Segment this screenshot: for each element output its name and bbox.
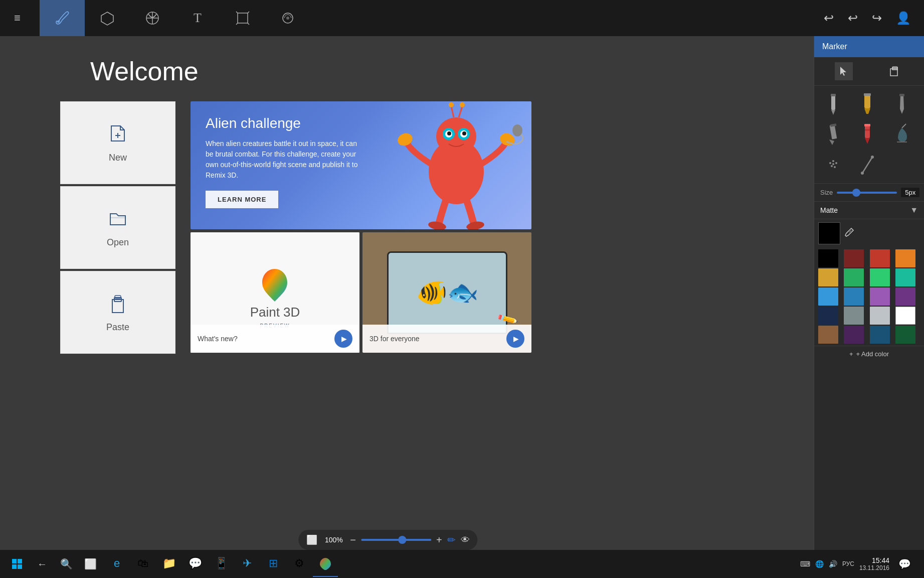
line-tool[interactable]: [852, 150, 882, 179]
tab-canvas[interactable]: [220, 0, 265, 36]
network-icon[interactable]: 🌐: [815, 560, 824, 568]
marker-tool[interactable]: [852, 90, 882, 119]
size-slider[interactable]: [837, 192, 897, 194]
taskbar-skype[interactable]: 💬: [182, 551, 208, 577]
tab-text[interactable]: T: [175, 0, 220, 36]
color-swatch-darkpurple[interactable]: [895, 287, 915, 306]
color-swatch-darknavy[interactable]: [870, 326, 890, 344]
task-view-button[interactable]: ⬜: [78, 551, 102, 577]
zoom-bar: ⬜ 100% − + ✏ 👁: [298, 530, 477, 550]
paint3d-brand-text: Paint 3D: [250, 305, 300, 320]
svg-point-19: [462, 131, 466, 135]
redo-alt-button[interactable]: ↩: [843, 8, 863, 28]
spray-tool[interactable]: [818, 150, 848, 179]
color-swatch-eggplant[interactable]: [844, 326, 864, 344]
zoom-screen-icon[interactable]: ⬜: [306, 534, 317, 545]
notification-button[interactable]: 💬: [894, 556, 915, 572]
taskbar-settings[interactable]: ⚙: [287, 551, 312, 577]
tab-effects[interactable]: [265, 0, 310, 36]
color-swatch-yellow[interactable]: [818, 268, 838, 286]
language-indicator[interactable]: РУС: [842, 560, 854, 567]
svg-rect-34: [831, 94, 836, 96]
tab-brush[interactable]: [40, 0, 85, 36]
color-swatch-forestgreen[interactable]: [895, 326, 915, 344]
taskbar-files[interactable]: 📁: [156, 551, 181, 577]
fill-tool[interactable]: [887, 120, 917, 149]
color-swatch-green[interactable]: [870, 268, 890, 286]
taskbar-windows-flag[interactable]: ⊞: [261, 551, 286, 577]
undo-button[interactable]: ↩: [819, 8, 839, 28]
open-button[interactable]: Open: [60, 186, 175, 269]
color-swatch-darkblue[interactable]: [844, 287, 864, 306]
3d-everyone-footer: 3D for everyone ▶: [362, 325, 531, 353]
svg-rect-42: [865, 125, 870, 138]
taskbar-system-tray: ⌨ 🌐 🔊 РУС 15:44 13.11.2016 💬: [800, 556, 920, 572]
taskbar-whatsapp[interactable]: 📱: [209, 551, 234, 577]
svg-point-28: [460, 102, 465, 107]
paint3d-logo: Paint 3D PREVIEW: [250, 256, 300, 329]
zoom-slider[interactable]: [361, 539, 431, 541]
device-frame: 🐠🐟: [387, 251, 507, 334]
new-button[interactable]: New: [60, 101, 175, 184]
hamburger-menu[interactable]: ≡: [8, 8, 27, 29]
color-swatch-darkgreen[interactable]: [844, 268, 864, 286]
color-swatch-black[interactable]: [818, 249, 838, 267]
svg-point-26: [449, 102, 454, 107]
whats-new-play-button[interactable]: ▶: [334, 330, 352, 348]
add-color-button[interactable]: + + Add color: [814, 346, 924, 362]
canvas-icon: [235, 11, 250, 26]
color-swatch-orange[interactable]: [895, 249, 915, 267]
telegram-icon: ✈: [243, 557, 252, 570]
crayon-tool[interactable]: [852, 120, 882, 149]
svg-rect-38: [899, 94, 904, 96]
taskbar-telegram[interactable]: ✈: [235, 551, 260, 577]
zoom-in-button[interactable]: +: [436, 534, 442, 546]
account-button[interactable]: 👤: [891, 8, 916, 28]
cursor-tool[interactable]: [835, 62, 853, 80]
color-swatch-red[interactable]: [870, 249, 890, 267]
clock[interactable]: 15:44 13.11.2016: [859, 556, 889, 571]
3d-everyone-card[interactable]: 🐠🐟 ✏️ 3D for everyone ▶: [362, 232, 531, 353]
back-button[interactable]: ←: [30, 551, 54, 577]
zoom-out-button[interactable]: −: [350, 534, 356, 546]
color-palette: [814, 247, 924, 346]
start-button[interactable]: [4, 551, 30, 577]
volume-icon[interactable]: 🔊: [829, 560, 837, 568]
redo-button[interactable]: ↪: [867, 8, 887, 28]
texture-dropdown[interactable]: ▼: [910, 206, 918, 215]
keyboard-icon[interactable]: ⌨: [800, 560, 810, 568]
paste-button[interactable]: Paste: [60, 271, 175, 354]
welcome-content: New Open: [0, 101, 814, 356]
color-swatch-white[interactable]: [895, 307, 915, 325]
promo-title: Alien challenge: [206, 115, 361, 131]
svg-point-47: [829, 162, 831, 164]
search-button[interactable]: 🔍: [54, 551, 78, 577]
color-swatch-brown[interactable]: [818, 326, 838, 344]
tab-stickers[interactable]: [130, 0, 175, 36]
learn-more-button[interactable]: LEARN MORE: [206, 191, 278, 208]
calligraphy-tool[interactable]: [818, 120, 848, 149]
color-swatch-navy[interactable]: [818, 307, 838, 325]
tab-3d[interactable]: [85, 0, 130, 36]
taskbar-store[interactable]: 🛍: [130, 551, 155, 577]
3d-everyone-play-button[interactable]: ▶: [506, 330, 524, 348]
zoom-brush-icon[interactable]: ✏: [447, 534, 456, 546]
color-swatch-purple[interactable]: [870, 287, 890, 306]
video-cards: Paint 3D PREVIEW What's new? ▶: [191, 232, 531, 353]
color-swatch-blue[interactable]: [818, 287, 838, 306]
color-swatch-darkred[interactable]: [844, 249, 864, 267]
zoom-eye-icon[interactable]: 👁: [461, 535, 470, 545]
taskbar-paint3d[interactable]: [313, 551, 338, 577]
pen-tool[interactable]: [887, 90, 917, 119]
taskbar-edge[interactable]: e: [104, 551, 129, 577]
color-swatch-lightgray[interactable]: [870, 307, 890, 325]
color-swatch-gray[interactable]: [844, 307, 864, 325]
color-swatch-teal[interactable]: [895, 268, 915, 286]
eyedropper-button[interactable]: [842, 225, 856, 242]
open-icon: [107, 208, 128, 233]
svg-rect-4: [238, 13, 248, 23]
active-color-swatch[interactable]: [818, 222, 840, 244]
clipboard-tool[interactable]: [885, 62, 903, 80]
whats-new-card[interactable]: Paint 3D PREVIEW What's new? ▶: [191, 232, 359, 353]
pencil-tool[interactable]: [818, 90, 848, 119]
